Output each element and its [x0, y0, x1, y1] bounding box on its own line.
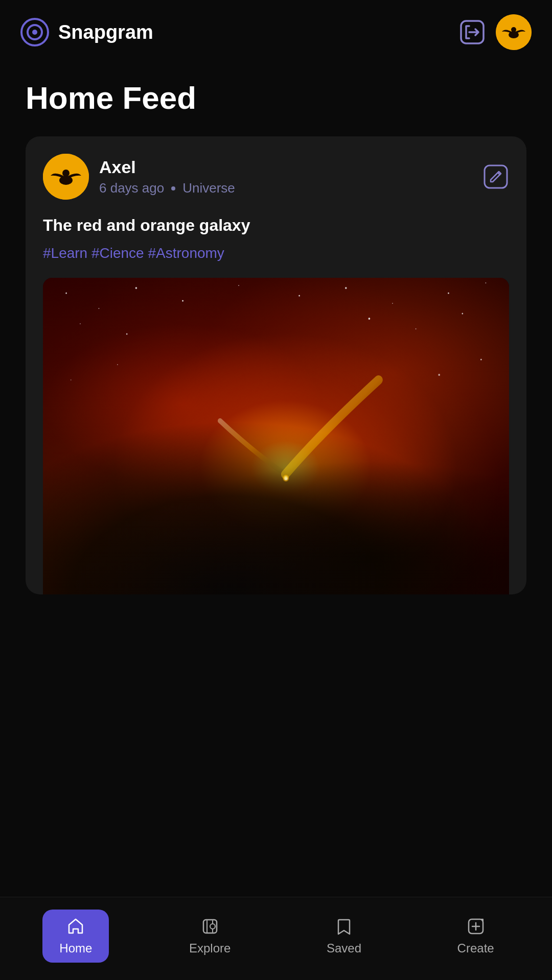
svg-point-20: [485, 282, 486, 283]
svg-point-28: [71, 379, 72, 380]
logo-icon: [20, 18, 49, 46]
header: Snapgram: [0, 0, 552, 64]
svg-point-11: [65, 292, 67, 294]
post-time: 6 days ago: [99, 180, 164, 196]
app-title: Snapgram: [58, 21, 153, 43]
svg-point-23: [369, 318, 371, 320]
create-icon: [466, 917, 486, 936]
header-brand: Snapgram: [20, 18, 153, 46]
post-author-avatar[interactable]: [43, 154, 89, 200]
nav-item-create[interactable]: Create: [442, 910, 510, 963]
post-author-name: Axel: [99, 157, 235, 177]
svg-point-16: [298, 295, 300, 296]
post-header: Axel 6 days ago Universe: [43, 154, 509, 200]
post-image: [43, 278, 509, 594]
post-author-info: Axel 6 days ago Universe: [43, 154, 235, 200]
post-text: The red and orange galaxy: [43, 214, 509, 237]
nav-item-saved[interactable]: Saved: [311, 910, 377, 963]
header-actions: [459, 14, 532, 50]
svg-point-22: [126, 333, 128, 334]
post-meta: Axel 6 days ago Universe: [99, 157, 235, 196]
post-time-community: 6 days ago Universe: [99, 180, 235, 196]
svg-point-18: [392, 303, 393, 304]
nav-label-home: Home: [59, 941, 92, 955]
svg-point-19: [448, 292, 449, 294]
stars-layer: [43, 278, 509, 594]
post-card: Axel 6 days ago Universe The red and ora…: [26, 136, 526, 594]
edit-post-button[interactable]: [482, 163, 509, 190]
svg-point-14: [182, 300, 183, 301]
svg-point-15: [238, 285, 239, 286]
svg-point-29: [438, 374, 440, 376]
post-hashtags: #Learn #Cience #Astronomy: [43, 245, 509, 261]
svg-point-9: [62, 170, 70, 177]
explore-icon: [200, 917, 220, 936]
post-community: Universe: [182, 180, 235, 196]
svg-point-26: [117, 364, 118, 365]
nav-label-create: Create: [457, 941, 494, 955]
nav-label-explore: Explore: [189, 941, 231, 955]
saved-icon: [334, 917, 354, 936]
bottom-navigation: Home Explore Saved: [0, 897, 552, 980]
svg-point-21: [80, 323, 81, 324]
svg-point-17: [345, 287, 347, 289]
separator-dot: [171, 186, 175, 190]
svg-point-6: [511, 27, 516, 32]
svg-point-32: [210, 924, 215, 929]
nav-item-home[interactable]: Home: [42, 910, 109, 963]
svg-point-24: [416, 328, 417, 329]
svg-point-12: [99, 308, 100, 309]
logout-button[interactable]: [459, 19, 486, 45]
user-avatar[interactable]: [496, 14, 532, 50]
nav-label-saved: Saved: [327, 941, 361, 955]
page-title: Home Feed: [26, 80, 526, 116]
svg-rect-10: [485, 165, 507, 188]
svg-point-27: [480, 358, 482, 360]
svg-point-25: [462, 313, 463, 314]
nav-item-explore[interactable]: Explore: [174, 910, 246, 963]
svg-point-2: [32, 30, 37, 35]
home-icon: [66, 917, 85, 936]
main-content: Home Feed Axel: [0, 64, 552, 697]
svg-point-13: [135, 287, 137, 289]
